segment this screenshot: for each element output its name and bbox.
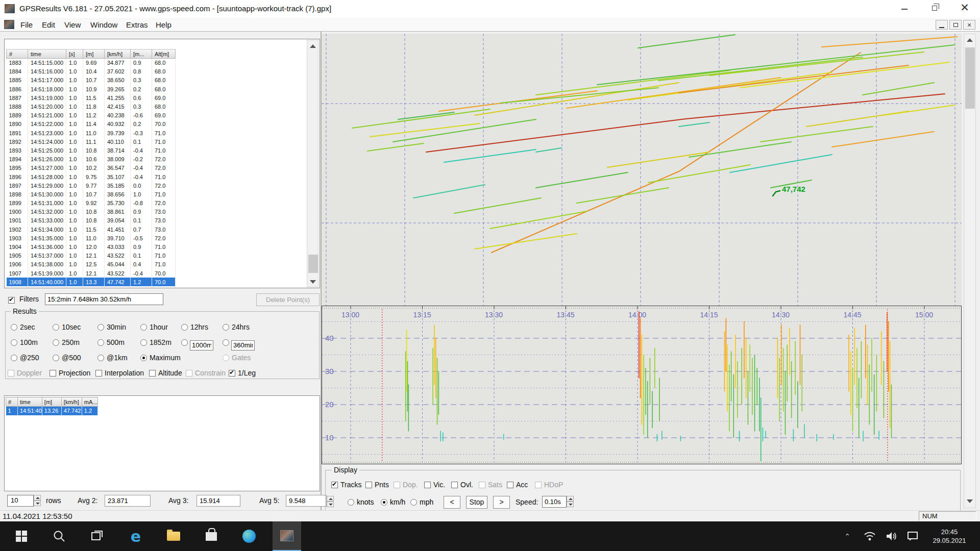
result-option-1hour[interactable]: 1hour: [140, 323, 181, 333]
custom-value-input[interactable]: [190, 340, 213, 350]
table-row[interactable]: 189214:51:24.0001.011.140.1100.171.0: [7, 137, 176, 146]
microsoft-store-button[interactable]: [197, 521, 226, 551]
table-row[interactable]: 189114:51:23.0001.011.039.739-0.371.0: [7, 129, 176, 137]
checkbox-hdop[interactable]: HDoP: [535, 481, 563, 489]
scroll-down-icon[interactable]: [967, 499, 973, 503]
scrollbar-thumb[interactable]: [965, 47, 975, 109]
stop-button[interactable]: Stop: [466, 496, 487, 509]
result-option-24hrs[interactable]: 24hrs: [223, 323, 317, 333]
column-header[interactable]: Alt[m]: [152, 49, 176, 59]
rows-count-input[interactable]: 10: [7, 495, 34, 507]
result-option-500m[interactable]: 500m: [97, 338, 140, 350]
column-header[interactable]: mA...: [82, 397, 97, 407]
taskbar-clock[interactable]: 20:45 29.05.2021: [925, 528, 974, 545]
scrollbar-thumb[interactable]: [308, 255, 318, 273]
table-row[interactable]: 189514:51:27.0001.010.236.547-0.472.0: [7, 164, 176, 172]
edge-browser-button[interactable]: e: [121, 521, 150, 551]
column-header[interactable]: [km/h]: [105, 49, 131, 59]
mdi-close-button[interactable]: ×: [963, 20, 975, 30]
avg2-value[interactable]: 23.871: [105, 495, 151, 507]
checkbox-acc[interactable]: Acc: [507, 481, 528, 489]
result-option-1852m[interactable]: 1852m: [140, 338, 181, 350]
table-row[interactable]: 190514:51:37.0001.012.143.5220.171.0: [7, 252, 176, 260]
action-center-button[interactable]: [902, 521, 923, 551]
table-row[interactable]: 188614:51:18.0001.010.939.2650.268.0: [7, 85, 176, 93]
column-header[interactable]: time: [18, 397, 42, 407]
step-back-button[interactable]: <: [444, 496, 460, 509]
custom-value-input[interactable]: [231, 340, 255, 350]
checkbox-interpolation[interactable]: Interpolation: [95, 369, 144, 377]
column-header[interactable]: #: [7, 49, 28, 59]
tray-expand-button[interactable]: ⌃: [837, 521, 857, 551]
map-scrollbar[interactable]: [964, 34, 976, 508]
spin-down-icon[interactable]: [567, 502, 574, 507]
column-header[interactable]: [m...: [131, 49, 152, 59]
table-row[interactable]: 189614:51:28.0001.09.7535.107-0.471.0: [7, 172, 176, 181]
result-option-2sec[interactable]: 2sec: [11, 323, 53, 333]
scroll-down-icon[interactable]: [310, 280, 316, 284]
spin-up-icon[interactable]: [567, 496, 574, 502]
spin-up-icon[interactable]: [34, 495, 41, 500]
table-row[interactable]: 188814:51:20.0001.011.842.4150.368.0: [7, 102, 176, 111]
checkbox-doppler[interactable]: Doppler: [8, 369, 42, 377]
result-option-100m[interactable]: 100m: [11, 338, 53, 350]
display-stepper[interactable]: [327, 496, 334, 508]
trackpoint-table[interactable]: #time[s][m][km/h][m...Alt[m] 188314:51:1…: [6, 49, 176, 288]
menu-window[interactable]: Window: [88, 20, 119, 30]
mdi-restore-button[interactable]: [949, 20, 962, 30]
table-scrollbar[interactable]: [307, 40, 318, 287]
checkbox-ovl[interactable]: Ovl.: [451, 481, 473, 489]
result-option-250[interactable]: @250: [11, 354, 53, 364]
result-option-maximum[interactable]: Maximum: [140, 354, 181, 364]
file-explorer-button[interactable]: [159, 521, 188, 551]
spin-up-icon[interactable]: [327, 496, 334, 502]
delete-points-button[interactable]: Delete Point(s): [256, 293, 320, 306]
column-header[interactable]: #: [6, 397, 18, 407]
unit-mph-radio[interactable]: mph: [410, 498, 433, 506]
result-option-1000m[interactable]: [181, 338, 223, 350]
gpsresults-taskbar-button[interactable]: [273, 521, 301, 551]
filter-summary-input[interactable]: [45, 293, 163, 305]
column-header[interactable]: [s]: [66, 49, 83, 59]
avg3-value[interactable]: 15.914: [197, 495, 240, 507]
checkbox-sats[interactable]: Sats: [479, 481, 502, 489]
result-option-12hrs[interactable]: 12hrs: [181, 323, 223, 333]
table-row[interactable]: 189414:51:26.0001.010.638.009-0.272.0: [7, 155, 176, 164]
result-option-10sec[interactable]: 10sec: [53, 323, 97, 333]
result-option-30min[interactable]: 30min: [97, 323, 140, 333]
menu-file[interactable]: File: [18, 20, 35, 30]
checkbox-altitude[interactable]: Altitude: [149, 369, 182, 377]
search-button[interactable]: [45, 521, 74, 551]
table-row[interactable]: 190614:51:38.0001.012.545.0440.471.0: [7, 260, 176, 269]
result-row[interactable]: 114:51:4013.2647.7421.2: [6, 407, 98, 415]
unit-kmh-radio[interactable]: km/h: [381, 498, 405, 506]
checkbox-constrain[interactable]: Constrain: [186, 369, 226, 377]
edge-beta-button[interactable]: [235, 521, 263, 551]
restore-button[interactable]: [919, 0, 949, 17]
table-row[interactable]: 190214:51:34.0001.011.541.4510.773.0: [7, 225, 176, 234]
scroll-up-icon[interactable]: [310, 44, 316, 48]
close-button[interactable]: ✕: [949, 0, 980, 17]
track-map[interactable]: 47,742: [322, 34, 962, 306]
network-button[interactable]: [860, 521, 880, 551]
table-row[interactable]: 189714:51:29.0001.09.7735.1850.072.0: [7, 181, 176, 190]
checkbox-vic[interactable]: Vic.: [424, 481, 445, 489]
table-row[interactable]: 189314:51:25.0001.010.838.714-0.471.0: [7, 146, 176, 155]
table-row[interactable]: 188714:51:19.0001.011.541.2550.669.0: [7, 93, 176, 102]
table-row[interactable]: 188514:51:17.0001.010.738.6500.368.0: [7, 76, 176, 85]
table-row[interactable]: 190114:51:33.0001.010.839.0540.173.0: [7, 216, 176, 225]
table-row[interactable]: 190914:51:41.0001.012.444.7850.870.0: [7, 286, 176, 288]
table-row[interactable]: 190414:51:36.0001.012.043.0330.971.0: [7, 242, 176, 251]
mdi-minimize-button[interactable]: [936, 20, 948, 30]
checkbox-projection[interactable]: Projection: [50, 369, 90, 377]
table-row[interactable]: 189814:51:30.0001.010.738.6561.071.0: [7, 190, 176, 198]
table-row[interactable]: 189914:51:31.0001.09.9235.730-0.872.0: [7, 199, 176, 208]
result-option-500[interactable]: @500: [53, 354, 97, 364]
volume-button[interactable]: [881, 521, 901, 551]
results-table[interactable]: #time[m][km/h]mA... 114:51:4013.2647.742…: [6, 397, 98, 415]
step-forward-button[interactable]: >: [493, 496, 510, 509]
column-header[interactable]: time: [28, 49, 66, 59]
checkbox-dop[interactable]: Dop.: [394, 481, 418, 489]
result-option-1km[interactable]: @1km: [97, 354, 140, 364]
table-row[interactable]: 190814:51:40.0001.013.347.7421.270.0: [7, 278, 176, 286]
